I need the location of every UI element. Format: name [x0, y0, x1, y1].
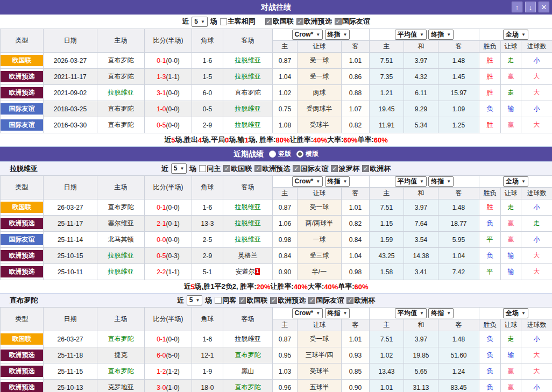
home-odds: 1.04: [279, 73, 291, 81]
close-button[interactable]: ✕: [539, 2, 549, 12]
cell-avg-away: 1.48: [438, 199, 479, 216]
avg-draw-odds: 3.41: [415, 268, 427, 276]
cell-date: 26-03-27: [44, 199, 97, 216]
scope-select[interactable]: 全场▼: [503, 30, 528, 40]
away-odds: 1.01: [349, 336, 362, 343]
home-odds: 0.84: [279, 252, 291, 260]
checkbox-icon[interactable]: [331, 165, 338, 172]
cell-avg-away: 1.48: [438, 331, 479, 347]
final-odds-select[interactable]: 终指▼: [428, 30, 454, 40]
filter-checkbox-friendly[interactable]: 国际友谊: [293, 164, 328, 174]
layout-radio-vertical[interactable]: 竖版: [269, 149, 291, 159]
odds-source-select[interactable]: Crow*▼: [292, 30, 323, 40]
col-header-corner: 角球: [192, 308, 223, 331]
summary-segment: 20%: [256, 283, 270, 291]
filter-checkbox-nations-league[interactable]: 欧国联: [223, 164, 252, 174]
checkbox-icon[interactable]: [199, 165, 206, 172]
half-time-score: (5-0): [166, 352, 180, 359]
cell-corners: 2-5: [192, 232, 223, 248]
layout-radio-horizontal[interactable]: 横版: [296, 149, 319, 159]
filter-checkbox-baltic-cup[interactable]: 波罗杯: [331, 164, 359, 174]
scope-select[interactable]: 全场▼: [503, 308, 528, 318]
filter-checkbox-euro-cup[interactable]: 欧洲杯: [362, 164, 391, 174]
odds-source-select[interactable]: Crow*▼: [292, 176, 323, 187]
checkbox-icon[interactable]: [308, 297, 315, 304]
checkbox-icon[interactable]: [265, 18, 272, 25]
cell-score: 3-0(1-0): [145, 380, 192, 392]
checkbox-icon[interactable]: [346, 297, 353, 304]
team-name: 拉脱维亚: [235, 219, 261, 227]
checkbox-icon[interactable]: [270, 297, 277, 304]
handicap-line: 受球半: [310, 367, 329, 375]
col-header-type: 类型: [1, 308, 44, 331]
cell-away-odds: 1.01: [342, 53, 370, 69]
checkbox-icon[interactable]: [223, 165, 230, 172]
match-row: 欧洲预选25-11-15直布罗陀1-2(1-2)1-9黑山1.03受球半0.85…: [1, 364, 552, 380]
checkbox-icon[interactable]: [215, 297, 222, 304]
filter-checkbox-nations-league[interactable]: 欧国联: [265, 17, 294, 26]
gibraltar-team-name: 直布罗陀: [10, 296, 38, 305]
radio-icon[interactable]: [296, 151, 303, 158]
avg-away-odds: 1.25: [452, 122, 465, 129]
final-odds-select[interactable]: 终指▼: [428, 308, 454, 318]
final-odds-select[interactable]: 终指▼: [325, 176, 350, 187]
avg-home-odds: 1.02: [380, 352, 393, 359]
filter-checkbox-euro-qualifier[interactable]: 欧洲预选: [254, 164, 290, 174]
final-odds-select[interactable]: 终指▼: [325, 308, 350, 318]
away-odds: 0.85: [349, 368, 362, 375]
filter-checkbox-same-away[interactable]: 同客: [215, 296, 236, 305]
move-down-button[interactable]: ↓: [525, 2, 536, 12]
avg-home-odds: 13.43: [379, 368, 395, 375]
odds-group-header: Crow*▼ 终指▼: [273, 308, 370, 319]
cell-home-team: 直布罗陀: [97, 53, 145, 69]
half-time-score: (0-3): [166, 252, 180, 260]
average-select[interactable]: 平均值▼: [395, 176, 427, 187]
checkbox-icon[interactable]: [296, 18, 303, 25]
summary-segment: 场,胜1平2负2, 胜率:: [195, 282, 257, 291]
cell-date: 26-03-27: [44, 331, 97, 347]
filter-checkbox-euro-cup[interactable]: 欧洲杯: [346, 296, 375, 305]
filter-checkbox-same-home[interactable]: 同主: [199, 164, 221, 174]
win-draw-loss-result: 胜: [487, 203, 493, 211]
checkbox-icon[interactable]: [293, 165, 300, 172]
match-date: 2021-09-02: [54, 89, 87, 97]
scope-select[interactable]: 全场▼: [503, 176, 528, 187]
handicap-line: 五球半: [310, 383, 329, 391]
avg-away-odds: 51.60: [451, 352, 467, 359]
corner-count: 1-5: [203, 73, 212, 81]
checkbox-icon[interactable]: [239, 297, 246, 304]
away-odds: 0.98: [349, 268, 362, 276]
average-select[interactable]: 平均值▼: [395, 308, 427, 318]
cell-avg-draw: 14.38: [404, 248, 438, 264]
filter-checkbox-friendly[interactable]: 国际友谊: [335, 17, 370, 26]
match-count-select[interactable]: 5▼: [192, 17, 208, 27]
corner-count: 6-0: [203, 89, 212, 97]
team-name: 拉脱维亚: [235, 203, 261, 211]
home-odds: 1.02: [279, 89, 291, 97]
handicap-result: 赢: [508, 236, 514, 243]
filter-checkbox-same-venue[interactable]: 主客相同: [220, 17, 256, 26]
odds-source-select[interactable]: Crow*▼: [292, 308, 323, 318]
final-odds-select[interactable]: 终指▼: [325, 30, 350, 40]
filter-checkbox-friendly[interactable]: 国际友谊: [308, 296, 344, 305]
cell-date: 2021-09-02: [44, 85, 97, 101]
move-up-button[interactable]: ↑: [512, 2, 522, 12]
checkbox-icon[interactable]: [220, 18, 227, 25]
home-odds: 0.87: [279, 57, 291, 65]
checkbox-icon[interactable]: [362, 165, 369, 172]
match-date: 26-03-27: [57, 336, 83, 343]
filter-checkbox-euro-qualifier[interactable]: 欧洲预选: [270, 296, 306, 305]
win-draw-loss-result: 负: [487, 335, 493, 343]
final-odds-select[interactable]: 终指▼: [428, 176, 454, 187]
checkbox-icon[interactable]: [254, 165, 261, 172]
radio-icon[interactable]: [269, 151, 276, 158]
match-count-select[interactable]: 5▼: [187, 295, 203, 305]
filter-checkbox-euro-qualifier[interactable]: 欧洲预选: [296, 17, 332, 26]
filter-checkbox-nations-league[interactable]: 欧国联: [239, 296, 267, 305]
cell-away-team: 黑山: [223, 364, 273, 380]
match-count-select[interactable]: 5▼: [171, 163, 187, 174]
checkbox-icon[interactable]: [335, 18, 342, 25]
full-time-score: 3-1: [157, 89, 166, 97]
average-select[interactable]: 平均值▼: [395, 30, 427, 40]
match-type-badge: 欧洲预选: [1, 71, 43, 82]
